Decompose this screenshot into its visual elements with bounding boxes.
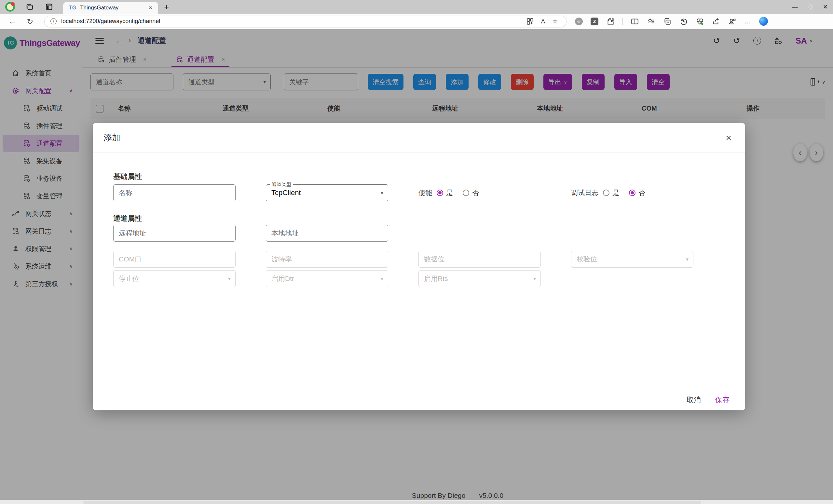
chevron-down-icon: ▾	[686, 256, 689, 262]
window-maximize-button[interactable]	[803, 0, 818, 14]
window-minimize-button[interactable]: —	[787, 0, 803, 14]
remote-address-input[interactable]	[113, 225, 236, 242]
chevron-down-icon: ▾	[381, 190, 383, 196]
profiles-icon[interactable]	[728, 17, 737, 26]
maximize-icon	[808, 5, 812, 9]
extension-z-icon[interactable]: Z	[591, 18, 598, 25]
favorites-icon[interactable]	[647, 17, 655, 26]
dtr-select: 启用Dtr ▾	[266, 270, 388, 287]
dialog-body: 基础属性 通道类型 TcpClient ▾ 使能 是 否 调试日志	[93, 172, 745, 287]
extension-1-icon[interactable]: ✣	[575, 18, 583, 25]
favorite-star-icon[interactable]: ☆	[552, 18, 558, 25]
radio-debug-no[interactable]	[629, 190, 636, 196]
extension-toolbar: ✣ Z …	[575, 17, 768, 26]
local-address-input[interactable]	[266, 225, 388, 242]
screen: TG ThingsGateway × + — × ← ↻ i localhost…	[0, 0, 833, 504]
stop-bits-select: 停止位 ▾	[113, 270, 236, 287]
radio-enable-yes[interactable]	[437, 190, 443, 196]
tab-actions-icon[interactable]	[45, 3, 53, 11]
name-input[interactable]	[113, 184, 236, 201]
field-label: 通道类型	[270, 181, 293, 187]
address-bar[interactable]: i localhost:7200/gatewayconfig/channel A…	[44, 16, 567, 27]
scrollbar-thumb[interactable]	[83, 501, 701, 504]
dialog-title: 添加	[103, 132, 120, 143]
browser-menu-icon[interactable]: …	[744, 18, 751, 25]
save-button[interactable]: 保存	[715, 395, 730, 405]
browser-back-button[interactable]: ←	[8, 17, 16, 26]
close-icon[interactable]: ×	[725, 132, 732, 143]
browser-tabstrip: TG ThingsGateway × + — ×	[0, 0, 833, 14]
window-controls: — ×	[787, 0, 833, 14]
history-icon[interactable]	[680, 17, 688, 26]
extensions-puzzle-icon[interactable]	[606, 17, 615, 26]
tab-close-icon[interactable]: ×	[147, 4, 154, 11]
baud-rate-input	[266, 251, 388, 268]
horizontal-scrollbar[interactable]	[0, 500, 833, 504]
browser-refresh-button[interactable]: ↻	[27, 17, 33, 26]
dialog-header: 添加 ×	[93, 123, 745, 153]
chevron-down-icon: ▾	[533, 276, 536, 282]
enable-radio-group: 使能 是 否	[419, 188, 541, 197]
read-aloud-icon[interactable]: A	[541, 18, 545, 25]
dialog-footer: 取消 保存	[93, 389, 745, 410]
debug-log-radio-group: 调试日志 是 否	[571, 188, 693, 197]
notification-dot-icon	[11, 2, 15, 6]
chevron-down-icon: ▾	[228, 276, 231, 282]
channel-type-select[interactable]: 通道类型 TcpClient ▾	[266, 184, 388, 201]
cancel-button[interactable]: 取消	[687, 395, 701, 405]
section-channel-props: 通道属性	[113, 213, 745, 223]
parity-select: 校验位 ▾	[571, 251, 693, 268]
new-tab-button[interactable]: +	[164, 2, 169, 12]
workspaces-icon[interactable]	[25, 3, 34, 11]
share-icon[interactable]	[712, 17, 720, 26]
browser-profile-icon[interactable]	[5, 2, 15, 12]
sidebar-apps-icon[interactable]	[526, 17, 534, 26]
selected-value: TcpClient	[271, 188, 301, 197]
site-info-icon[interactable]: i	[50, 18, 56, 24]
collections-icon[interactable]	[663, 17, 672, 26]
toolbar-divider	[622, 18, 623, 25]
split-screen-icon[interactable]	[630, 17, 639, 26]
com-port-input	[113, 251, 236, 268]
data-bits-input	[419, 251, 541, 268]
radio-enable-no[interactable]	[463, 190, 469, 196]
radio-debug-yes[interactable]	[603, 190, 610, 196]
browser-tab[interactable]: TG ThingsGateway ×	[63, 2, 158, 14]
browser-navbar: ← ↻ i localhost:7200/gatewayconfig/chann…	[0, 14, 833, 29]
window-close-button[interactable]: ×	[818, 0, 833, 14]
chevron-down-icon: ▾	[381, 276, 383, 282]
section-basic-props: 基础属性	[113, 172, 745, 181]
url-text[interactable]: localhost:7200/gatewayconfig/channel	[61, 18, 526, 25]
copilot-icon[interactable]	[759, 17, 768, 26]
tab-title: ThingsGateway	[80, 4, 147, 11]
rts-select: 启用Rts ▾	[419, 270, 541, 287]
browser-essentials-icon[interactable]	[696, 17, 704, 26]
tab-favicon: TG	[69, 5, 76, 11]
add-channel-dialog: 添加 × 基础属性 通道类型 TcpClient ▾ 使能 是 否	[93, 123, 745, 410]
